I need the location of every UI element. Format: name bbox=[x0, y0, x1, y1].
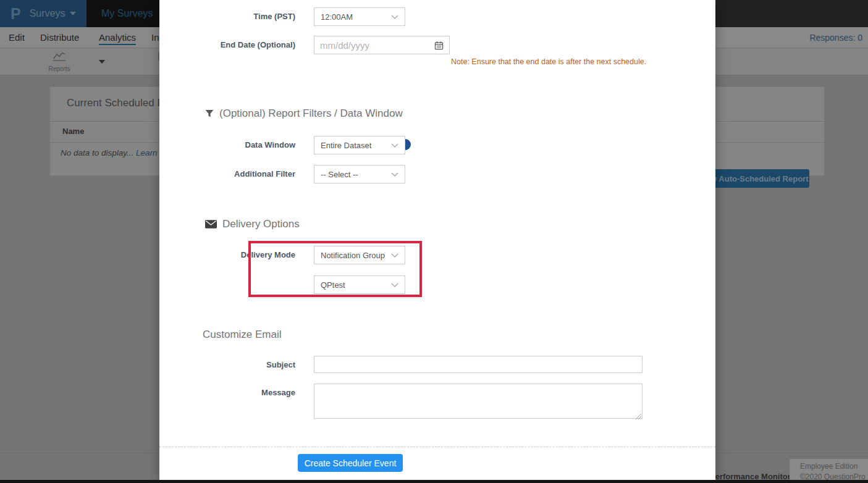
time-select[interactable]: 12:00AM bbox=[314, 7, 405, 26]
message-textarea[interactable] bbox=[314, 384, 643, 419]
delivery-mode-row: Delivery Mode Notification Group bbox=[159, 246, 715, 264]
resize-handle[interactable] bbox=[636, 414, 641, 419]
subject-row: Subject bbox=[159, 356, 715, 374]
additional-filter-select-value: -- Select -- bbox=[321, 170, 358, 179]
end-date-field bbox=[314, 36, 450, 54]
end-date-label: End Date (Optional) bbox=[159, 36, 305, 54]
data-window-select-value: Entire Dataset bbox=[321, 141, 371, 150]
subject-input[interactable] bbox=[314, 356, 643, 373]
delivery-section-title: Delivery Options bbox=[222, 218, 300, 230]
time-label: Time (PST) bbox=[159, 7, 305, 26]
end-date-row: End Date (Optional) bbox=[159, 36, 715, 54]
email-section-heading: Customize Email bbox=[203, 329, 282, 341]
message-field-wrap bbox=[314, 384, 643, 421]
delivery-mode-select[interactable]: Notification Group bbox=[314, 246, 405, 264]
chevron-down-icon bbox=[391, 143, 398, 148]
additional-filter-row: Additional Filter -- Select -- bbox=[159, 165, 715, 183]
chevron-down-icon bbox=[391, 172, 398, 177]
message-label: Message bbox=[159, 384, 305, 402]
data-window-select[interactable]: Entire Dataset bbox=[314, 136, 405, 154]
modal-footer-divider bbox=[159, 447, 715, 447]
delivery-mode-select-value: Notification Group bbox=[321, 251, 385, 260]
scheduler-modal: Time (PST) 12:00AM End Date (Optional) N… bbox=[159, 0, 715, 481]
delivery-section-heading: Delivery Options bbox=[205, 218, 300, 230]
chevron-down-icon bbox=[391, 15, 398, 19]
additional-filter-select[interactable]: -- Select -- bbox=[314, 165, 405, 183]
calendar-icon[interactable] bbox=[434, 41, 444, 50]
filters-section-title: (Optional) Report Filters / Data Window bbox=[219, 107, 403, 120]
message-row: Message bbox=[159, 384, 715, 421]
data-window-label: Data Window bbox=[159, 136, 305, 154]
create-scheduler-event-button[interactable]: Create Scheduler Event bbox=[298, 454, 403, 472]
end-date-input[interactable] bbox=[320, 40, 434, 51]
subject-label: Subject bbox=[159, 356, 305, 374]
notification-group-select-value: QPtest bbox=[321, 280, 345, 290]
delivery-mode-label: Delivery Mode bbox=[159, 246, 305, 264]
time-row: Time (PST) 12:00AM bbox=[159, 7, 715, 26]
chevron-down-icon bbox=[391, 283, 398, 287]
email-section-title: Customize Email bbox=[203, 329, 282, 341]
end-date-note: Note: Ensure that the end date is after … bbox=[451, 57, 646, 66]
chevron-down-icon bbox=[391, 253, 398, 258]
filters-section-heading: (Optional) Report Filters / Data Window bbox=[205, 107, 403, 120]
additional-filter-label: Additional Filter bbox=[159, 165, 305, 183]
filter-funnel-icon bbox=[205, 109, 214, 118]
bottom-dark-strip bbox=[0, 480, 868, 483]
time-select-value: 12:00AM bbox=[321, 12, 353, 22]
notification-group-row: QPtest bbox=[159, 275, 715, 294]
envelope-icon bbox=[205, 220, 217, 229]
notification-group-select[interactable]: QPtest bbox=[314, 275, 405, 294]
data-window-row: Data Window Entire Dataset bbox=[159, 136, 715, 154]
